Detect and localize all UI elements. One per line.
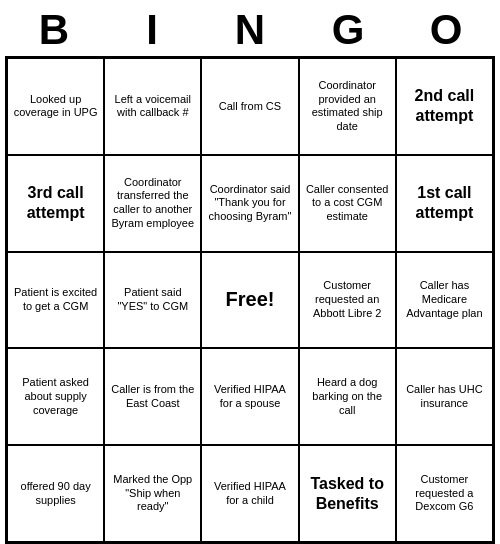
bingo-letter-b: B [10,6,98,54]
bingo-cell-r2-c2[interactable]: Free! [201,252,298,349]
bingo-cell-r3-c1[interactable]: Caller is from the East Coast [104,348,201,445]
bingo-cell-r1-c1[interactable]: Coordinator transferred the caller to an… [104,155,201,252]
bingo-letter-n: N [206,6,294,54]
bingo-header: BINGO [5,0,495,56]
bingo-cell-r3-c3[interactable]: Heard a dog barking on the call [299,348,396,445]
bingo-cell-r4-c1[interactable]: Marked the Opp "Ship when ready" [104,445,201,542]
bingo-letter-g: G [304,6,392,54]
bingo-cell-r1-c2[interactable]: Coordinator said "Thank you for choosing… [201,155,298,252]
bingo-cell-r4-c4[interactable]: Customer requested a Dexcom G6 [396,445,493,542]
bingo-cell-r1-c0[interactable]: 3rd call attempt [7,155,104,252]
bingo-cell-r0-c2[interactable]: Call from CS [201,58,298,155]
bingo-cell-r0-c0[interactable]: Looked up coverage in UPG [7,58,104,155]
bingo-cell-r2-c4[interactable]: Caller has Medicare Advantage plan [396,252,493,349]
bingo-letter-i: I [108,6,196,54]
bingo-cell-r2-c1[interactable]: Patient said "YES" to CGM [104,252,201,349]
bingo-cell-r0-c3[interactable]: Coordinator provided an estimated ship d… [299,58,396,155]
bingo-cell-r0-c1[interactable]: Left a voicemail with callback # [104,58,201,155]
bingo-cell-r1-c3[interactable]: Caller consented to a cost CGM estimate [299,155,396,252]
bingo-cell-r3-c0[interactable]: Patient asked about supply coverage [7,348,104,445]
bingo-cell-r1-c4[interactable]: 1st call attempt [396,155,493,252]
bingo-letter-o: O [402,6,490,54]
bingo-cell-r4-c3[interactable]: Tasked to Benefits [299,445,396,542]
bingo-cell-r2-c3[interactable]: Customer requested an Abbott Libre 2 [299,252,396,349]
bingo-cell-r3-c4[interactable]: Caller has UHC insurance [396,348,493,445]
bingo-cell-r4-c0[interactable]: offered 90 day supplies [7,445,104,542]
bingo-grid: Looked up coverage in UPGLeft a voicemai… [5,56,495,544]
bingo-cell-r3-c2[interactable]: Verified HIPAA for a spouse [201,348,298,445]
bingo-cell-r4-c2[interactable]: Verified HIPAA for a child [201,445,298,542]
bingo-cell-r0-c4[interactable]: 2nd call attempt [396,58,493,155]
bingo-cell-r2-c0[interactable]: Patient is excited to get a CGM [7,252,104,349]
